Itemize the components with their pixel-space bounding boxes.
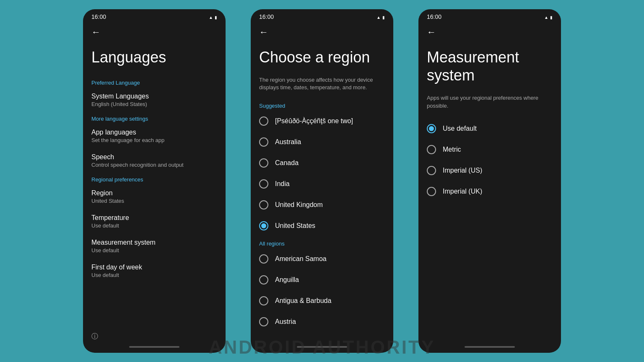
radio-imperial-uk <box>427 187 436 196</box>
home-bar-1 <box>83 343 226 353</box>
region-page-title: Choose a region <box>251 40 393 76</box>
preferred-language-label: Preferred Language <box>83 76 226 88</box>
region-canada-label: Canada <box>275 159 299 167</box>
status-icons-3 <box>544 13 553 20</box>
speech-title: Speech <box>91 153 217 161</box>
radio-antigua <box>259 296 268 305</box>
regional-prefs-label: Regional preferences <box>83 173 226 184</box>
region-australia-label: Australia <box>275 138 301 146</box>
region-us-label: United States <box>275 222 315 230</box>
home-pill-3 <box>465 346 515 348</box>
region-american-samoa-label: American Samoa <box>275 255 327 263</box>
phone3-content: Measurement system Apps will use your re… <box>418 40 561 343</box>
phone2-content: Choose a region The region you choose af… <box>251 40 393 343</box>
first-day-subtitle: Use default <box>91 272 217 278</box>
region-us[interactable]: United States <box>251 215 393 236</box>
region-india-label: India <box>275 180 290 188</box>
region-pseudo-label: [Pséûðö-Àççéñţš one two] <box>275 117 353 125</box>
back-button-2[interactable]: ← <box>251 23 393 40</box>
radio-us <box>259 221 268 230</box>
measurement-item[interactable]: Measurement system Use default <box>83 234 226 259</box>
time-2: 16:00 <box>259 13 274 20</box>
app-languages-title: App languages <box>91 129 217 136</box>
app-languages-subtitle: Set the language for each app <box>91 137 217 143</box>
status-icons-2 <box>377 13 385 20</box>
all-regions-label: All regions <box>251 236 393 248</box>
measurement-subtitle: Use default <box>91 247 217 253</box>
phone-region: 16:00 ← Choose a region The region you c… <box>251 9 393 353</box>
option-imperial-us-label: Imperial (US) <box>443 167 482 174</box>
region-american-samoa[interactable]: American Samoa <box>251 248 393 269</box>
speech-item[interactable]: Speech Control speech recognition and ou… <box>83 148 226 173</box>
temperature-title: Temperature <box>91 214 217 222</box>
region-description: The region you choose affects how your d… <box>251 76 393 98</box>
region-antigua[interactable]: Antigua & Barbuda <box>251 290 393 311</box>
radio-india <box>259 179 268 189</box>
battery-icon-1 <box>215 13 217 20</box>
wifi-icon-3 <box>544 13 548 20</box>
radio-australia <box>259 137 268 147</box>
battery-icon-3 <box>550 13 553 20</box>
system-languages-item[interactable]: System Languages English (United States) <box>83 88 226 112</box>
region-anguilla[interactable]: Anguilla <box>251 269 393 290</box>
region-austria-label: Austria <box>275 318 296 326</box>
phone-measurement: 16:00 ← Measurement system Apps will use… <box>418 9 561 353</box>
home-bar-2 <box>251 343 393 353</box>
info-icon-1: ⓘ <box>91 332 98 341</box>
radio-american-samoa <box>259 254 268 264</box>
phone-languages: 16:00 ← Languages Preferred Language Sys… <box>83 9 226 353</box>
region-canada[interactable]: Canada <box>251 153 393 173</box>
measurement-description: Apps will use your regional preferences … <box>418 94 561 118</box>
app-languages-item[interactable]: App languages Set the language for each … <box>83 124 226 148</box>
option-imperial-us[interactable]: Imperial (US) <box>418 160 561 181</box>
status-bar-2: 16:00 <box>251 9 393 23</box>
option-use-default[interactable]: Use default <box>418 118 561 139</box>
phones-container: 16:00 ← Languages Preferred Language Sys… <box>0 0 644 362</box>
radio-imperial-us <box>427 166 436 175</box>
region-title: Region <box>91 189 217 197</box>
first-day-title: First day of week <box>91 264 217 271</box>
region-anguilla-label: Anguilla <box>275 276 299 284</box>
region-australia[interactable]: Australia <box>251 132 393 153</box>
measurement-title: Measurement system <box>91 239 217 246</box>
battery-icon-2 <box>382 13 385 20</box>
region-uk[interactable]: United Kingdom <box>251 194 393 215</box>
radio-austria <box>259 317 268 326</box>
speech-subtitle: Control speech recognition and output <box>91 162 217 168</box>
system-languages-title: System Languages <box>91 93 217 100</box>
phone1-content: Languages Preferred Language System Lang… <box>83 40 226 343</box>
radio-pseudo <box>259 116 268 126</box>
system-languages-subtitle: English (United States) <box>91 101 217 107</box>
suggested-label: Suggested <box>251 98 393 111</box>
home-pill-1 <box>129 346 179 348</box>
option-imperial-uk[interactable]: Imperial (UK) <box>418 181 561 202</box>
home-pill-2 <box>297 346 347 348</box>
radio-canada <box>259 158 268 168</box>
option-imperial-uk-label: Imperial (UK) <box>443 188 482 195</box>
radio-use-default <box>427 124 436 133</box>
temperature-item[interactable]: Temperature Use default <box>83 209 226 234</box>
back-button-1[interactable]: ← <box>83 23 226 40</box>
region-pseudo[interactable]: [Pséûðö-Àççéñţš one two] <box>251 111 393 132</box>
region-antigua-label: Antigua & Barbuda <box>275 297 331 305</box>
option-metric[interactable]: Metric <box>418 139 561 160</box>
region-india[interactable]: India <box>251 173 393 194</box>
temperature-subtitle: Use default <box>91 222 217 229</box>
option-metric-label: Metric <box>443 146 461 153</box>
option-use-default-label: Use default <box>443 125 477 132</box>
status-bar-1: 16:00 <box>83 9 226 23</box>
time-1: 16:00 <box>91 13 106 20</box>
back-button-3[interactable]: ← <box>418 23 561 40</box>
region-subtitle: United States <box>91 198 217 204</box>
region-item[interactable]: Region United States <box>83 184 226 209</box>
languages-title: Languages <box>83 40 226 76</box>
more-language-label: More language settings <box>83 112 226 124</box>
measurement-page-title: Measurement system <box>418 40 561 94</box>
first-day-item[interactable]: First day of week Use default <box>83 259 226 283</box>
status-bar-3: 16:00 <box>418 9 561 23</box>
home-bar-3 <box>418 343 561 353</box>
radio-uk <box>259 200 268 209</box>
status-icons-1 <box>209 13 217 20</box>
radio-metric <box>427 145 436 154</box>
region-austria[interactable]: Austria <box>251 311 393 332</box>
